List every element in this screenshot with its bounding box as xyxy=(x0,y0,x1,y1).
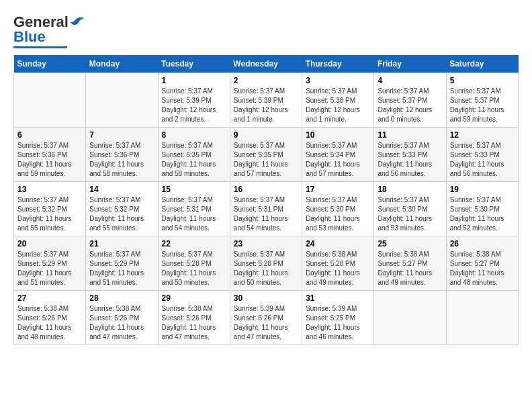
weekday-header-saturday: Saturday xyxy=(446,55,518,73)
calendar-cell: 23Sunrise: 5:37 AMSunset: 5:28 PMDayligh… xyxy=(230,236,302,291)
calendar-cell xyxy=(86,73,158,128)
day-info: Sunrise: 5:37 AMSunset: 5:31 PMDaylight:… xyxy=(234,195,298,233)
calendar-table: SundayMondayTuesdayWednesdayThursdayFrid… xyxy=(13,55,519,345)
calendar-cell: 24Sunrise: 5:38 AMSunset: 5:28 PMDayligh… xyxy=(302,236,374,291)
week-row-5: 27Sunrise: 5:38 AMSunset: 5:26 PMDayligh… xyxy=(14,291,519,345)
day-info: Sunrise: 5:37 AMSunset: 5:32 PMDaylight:… xyxy=(89,195,154,233)
calendar-cell: 29Sunrise: 5:38 AMSunset: 5:26 PMDayligh… xyxy=(158,291,230,345)
calendar-cell: 9Sunrise: 5:37 AMSunset: 5:35 PMDaylight… xyxy=(230,128,302,182)
day-info: Sunrise: 5:38 AMSunset: 5:26 PMDaylight:… xyxy=(162,304,226,342)
calendar-cell xyxy=(446,291,518,345)
day-info: Sunrise: 5:37 AMSunset: 5:30 PMDaylight:… xyxy=(450,195,515,233)
calendar-cell: 10Sunrise: 5:37 AMSunset: 5:34 PMDayligh… xyxy=(302,128,374,182)
calendar-cell: 12Sunrise: 5:37 AMSunset: 5:33 PMDayligh… xyxy=(446,128,518,182)
day-number: 20 xyxy=(17,239,82,248)
week-row-1: 1Sunrise: 5:37 AMSunset: 5:39 PMDaylight… xyxy=(14,73,519,128)
day-number: 6 xyxy=(17,130,82,140)
day-info: Sunrise: 5:37 AMSunset: 5:36 PMDaylight:… xyxy=(89,141,154,179)
day-number: 25 xyxy=(378,239,442,248)
calendar-cell: 30Sunrise: 5:39 AMSunset: 5:26 PMDayligh… xyxy=(230,291,302,345)
day-number: 24 xyxy=(306,239,370,248)
calendar-cell: 15Sunrise: 5:37 AMSunset: 5:31 PMDayligh… xyxy=(158,182,230,236)
logo-blue: Blue xyxy=(13,28,46,46)
day-info: Sunrise: 5:38 AMSunset: 5:26 PMDaylight:… xyxy=(17,304,82,342)
calendar-cell: 13Sunrise: 5:37 AMSunset: 5:32 PMDayligh… xyxy=(14,182,86,236)
day-number: 17 xyxy=(306,185,370,194)
calendar-cell: 5Sunrise: 5:37 AMSunset: 5:37 PMDaylight… xyxy=(446,73,518,128)
day-number: 5 xyxy=(450,76,515,85)
day-number: 11 xyxy=(378,130,442,140)
day-number: 29 xyxy=(162,293,226,303)
day-number: 26 xyxy=(450,239,515,248)
logo-underline xyxy=(13,46,67,48)
day-info: Sunrise: 5:37 AMSunset: 5:29 PMDaylight:… xyxy=(89,250,154,287)
day-info: Sunrise: 5:37 AMSunset: 5:33 PMDaylight:… xyxy=(378,141,442,179)
calendar-cell: 28Sunrise: 5:38 AMSunset: 5:26 PMDayligh… xyxy=(86,291,158,345)
day-number: 10 xyxy=(306,130,370,140)
day-info: Sunrise: 5:37 AMSunset: 5:39 PMDaylight:… xyxy=(234,87,298,124)
weekday-header-thursday: Thursday xyxy=(302,55,374,73)
day-number: 15 xyxy=(162,185,226,194)
weekday-header-monday: Monday xyxy=(86,55,158,73)
page-header: General Blue xyxy=(13,13,519,48)
logo-bird-icon xyxy=(69,15,84,26)
day-info: Sunrise: 5:37 AMSunset: 5:34 PMDaylight:… xyxy=(306,141,370,179)
day-info: Sunrise: 5:38 AMSunset: 5:26 PMDaylight:… xyxy=(89,304,154,342)
calendar-cell: 3Sunrise: 5:37 AMSunset: 5:38 PMDaylight… xyxy=(302,73,374,128)
calendar-cell xyxy=(14,73,86,128)
calendar-cell: 16Sunrise: 5:37 AMSunset: 5:31 PMDayligh… xyxy=(230,182,302,236)
day-number: 4 xyxy=(378,76,442,85)
calendar-cell: 27Sunrise: 5:38 AMSunset: 5:26 PMDayligh… xyxy=(14,291,86,345)
calendar-cell: 19Sunrise: 5:37 AMSunset: 5:30 PMDayligh… xyxy=(446,182,518,236)
day-info: Sunrise: 5:37 AMSunset: 5:29 PMDaylight:… xyxy=(17,250,82,287)
day-number: 23 xyxy=(234,239,298,248)
logo: General Blue xyxy=(13,13,84,48)
day-info: Sunrise: 5:37 AMSunset: 5:31 PMDaylight:… xyxy=(162,195,226,233)
calendar-cell: 17Sunrise: 5:37 AMSunset: 5:30 PMDayligh… xyxy=(302,182,374,236)
day-info: Sunrise: 5:37 AMSunset: 5:37 PMDaylight:… xyxy=(378,87,442,124)
day-number: 3 xyxy=(306,76,370,85)
calendar-cell xyxy=(374,291,446,345)
day-number: 16 xyxy=(234,185,298,194)
day-info: Sunrise: 5:37 AMSunset: 5:28 PMDaylight:… xyxy=(162,250,226,287)
day-number: 22 xyxy=(162,239,226,248)
day-number: 1 xyxy=(162,76,226,85)
day-info: Sunrise: 5:37 AMSunset: 5:30 PMDaylight:… xyxy=(378,195,442,233)
day-number: 21 xyxy=(89,239,154,248)
day-number: 8 xyxy=(162,130,226,140)
day-info: Sunrise: 5:37 AMSunset: 5:28 PMDaylight:… xyxy=(234,250,298,287)
day-number: 12 xyxy=(450,130,515,140)
week-row-4: 20Sunrise: 5:37 AMSunset: 5:29 PMDayligh… xyxy=(14,236,519,291)
calendar-cell: 6Sunrise: 5:37 AMSunset: 5:36 PMDaylight… xyxy=(14,128,86,182)
day-number: 27 xyxy=(17,293,82,303)
day-info: Sunrise: 5:39 AMSunset: 5:26 PMDaylight:… xyxy=(234,304,298,342)
day-info: Sunrise: 5:37 AMSunset: 5:35 PMDaylight:… xyxy=(234,141,298,179)
weekday-header-friday: Friday xyxy=(374,55,446,73)
calendar-cell: 31Sunrise: 5:39 AMSunset: 5:25 PMDayligh… xyxy=(302,291,374,345)
day-number: 28 xyxy=(89,293,154,303)
calendar-cell: 11Sunrise: 5:37 AMSunset: 5:33 PMDayligh… xyxy=(374,128,446,182)
weekday-header-row: SundayMondayTuesdayWednesdayThursdayFrid… xyxy=(14,55,519,73)
day-info: Sunrise: 5:37 AMSunset: 5:37 PMDaylight:… xyxy=(450,87,515,124)
day-info: Sunrise: 5:37 AMSunset: 5:35 PMDaylight:… xyxy=(162,141,226,179)
weekday-header-tuesday: Tuesday xyxy=(158,55,230,73)
day-number: 30 xyxy=(234,293,298,303)
calendar-cell: 8Sunrise: 5:37 AMSunset: 5:35 PMDaylight… xyxy=(158,128,230,182)
day-info: Sunrise: 5:38 AMSunset: 5:27 PMDaylight:… xyxy=(378,250,442,287)
day-info: Sunrise: 5:37 AMSunset: 5:30 PMDaylight:… xyxy=(306,195,370,233)
day-info: Sunrise: 5:38 AMSunset: 5:28 PMDaylight:… xyxy=(306,250,370,287)
week-row-2: 6Sunrise: 5:37 AMSunset: 5:36 PMDaylight… xyxy=(14,128,519,182)
day-info: Sunrise: 5:37 AMSunset: 5:33 PMDaylight:… xyxy=(450,141,515,179)
day-info: Sunrise: 5:37 AMSunset: 5:32 PMDaylight:… xyxy=(17,195,82,233)
day-number: 14 xyxy=(89,185,154,194)
calendar-cell: 21Sunrise: 5:37 AMSunset: 5:29 PMDayligh… xyxy=(86,236,158,291)
calendar-cell: 7Sunrise: 5:37 AMSunset: 5:36 PMDaylight… xyxy=(86,128,158,182)
day-number: 31 xyxy=(306,293,370,303)
day-number: 9 xyxy=(234,130,298,140)
calendar-cell: 18Sunrise: 5:37 AMSunset: 5:30 PMDayligh… xyxy=(374,182,446,236)
weekday-header-wednesday: Wednesday xyxy=(230,55,302,73)
calendar-cell: 20Sunrise: 5:37 AMSunset: 5:29 PMDayligh… xyxy=(14,236,86,291)
day-info: Sunrise: 5:37 AMSunset: 5:38 PMDaylight:… xyxy=(306,87,370,124)
day-info: Sunrise: 5:38 AMSunset: 5:27 PMDaylight:… xyxy=(450,250,515,287)
day-info: Sunrise: 5:37 AMSunset: 5:36 PMDaylight:… xyxy=(17,141,82,179)
